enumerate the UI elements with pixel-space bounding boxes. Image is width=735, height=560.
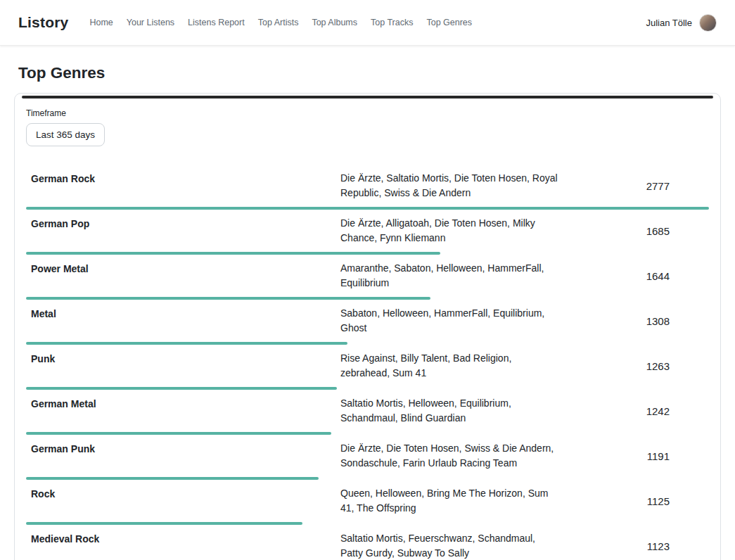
genres-table: German RockDie Ärzte, Saltatio Mortis, D… bbox=[15, 165, 720, 560]
genre-count: 1191 bbox=[558, 450, 709, 462]
genre-count: 1308 bbox=[558, 315, 709, 327]
genre-artists: Rise Against, Billy Talent, Bad Religion… bbox=[340, 351, 558, 381]
genre-artists: Queen, Helloween, Bring Me The Horizon, … bbox=[340, 486, 558, 516]
genre-name: German Punk bbox=[26, 441, 340, 471]
genre-row: German PopDie Ärzte, Alligatoah, Die Tot… bbox=[15, 210, 720, 255]
timeframe-control: Timeframe Last 365 days bbox=[15, 98, 720, 148]
nav-item-your-listens[interactable]: Your Listens bbox=[127, 18, 174, 27]
genre-artists: Sabaton, Helloween, HammerFall, Equilibr… bbox=[340, 306, 558, 336]
app-logo[interactable]: Listory bbox=[18, 14, 68, 31]
nav-item-top-genres[interactable]: Top Genres bbox=[426, 18, 472, 27]
nav-item-top-albums[interactable]: Top Albums bbox=[312, 18, 357, 27]
genre-count: 1263 bbox=[558, 360, 709, 372]
nav-links: HomeYour ListensListens ReportTop Artist… bbox=[89, 18, 625, 27]
nav-item-top-tracks[interactable]: Top Tracks bbox=[371, 18, 413, 27]
genre-name: Power Metal bbox=[26, 261, 340, 291]
genre-name: Medieval Rock bbox=[26, 531, 340, 560]
genre-count: 1125 bbox=[558, 495, 709, 507]
genre-artists: Saltatio Mortis, Helloween, Equilibrium,… bbox=[340, 396, 558, 426]
genre-row: German MetalSaltatio Mortis, Helloween, … bbox=[15, 390, 720, 435]
genres-card: Timeframe Last 365 days German RockDie Ä… bbox=[14, 93, 721, 560]
genre-row: PunkRise Against, Billy Talent, Bad Reli… bbox=[15, 345, 720, 390]
genre-row: Power MetalAmaranthe, Sabaton, Helloween… bbox=[15, 255, 720, 300]
genre-name: Rock bbox=[26, 486, 340, 516]
genre-artists: Die Ärzte, Saltatio Mortis, Die Toten Ho… bbox=[340, 171, 558, 201]
timeframe-select[interactable]: Last 365 days bbox=[26, 123, 105, 146]
genre-artists: Die Ärzte, Die Toten Hosen, Swiss & Die … bbox=[340, 441, 558, 471]
genre-count: 2777 bbox=[558, 180, 709, 192]
user-menu[interactable]: Julian Tölle bbox=[646, 14, 717, 32]
genre-artists: Amaranthe, Sabaton, Helloween, HammerFal… bbox=[340, 261, 558, 291]
genre-row: German PunkDie Ärzte, Die Toten Hosen, S… bbox=[15, 435, 720, 480]
page-title: Top Genres bbox=[18, 64, 717, 82]
genre-name: German Metal bbox=[26, 396, 340, 426]
genre-row: RockQueen, Helloween, Bring Me The Horiz… bbox=[15, 480, 720, 525]
genre-name: German Rock bbox=[26, 171, 340, 201]
main-content: Top Genres Timeframe Last 365 days Germa… bbox=[0, 64, 735, 560]
genre-count: 1685 bbox=[558, 225, 709, 237]
genre-count: 1242 bbox=[558, 405, 709, 417]
genre-row: Medieval RockSaltatio Mortis, Feuerschwa… bbox=[15, 525, 720, 560]
genre-row: MetalSabaton, Helloween, HammerFall, Equ… bbox=[15, 300, 720, 345]
genre-artists: Die Ärzte, Alligatoah, Die Toten Hosen, … bbox=[340, 216, 558, 246]
genre-row: German RockDie Ärzte, Saltatio Mortis, D… bbox=[15, 165, 720, 210]
nav-item-top-artists[interactable]: Top Artists bbox=[258, 18, 299, 27]
top-nav: Listory HomeYour ListensListens ReportTo… bbox=[0, 0, 735, 46]
genre-count: 1123 bbox=[558, 540, 709, 552]
timeframe-label: Timeframe bbox=[26, 108, 709, 118]
avatar[interactable] bbox=[699, 14, 717, 32]
genre-name: German Pop bbox=[26, 216, 340, 246]
user-name: Julian Tölle bbox=[646, 18, 692, 28]
nav-item-home[interactable]: Home bbox=[89, 18, 113, 27]
genre-name: Punk bbox=[26, 351, 340, 381]
genre-count: 1644 bbox=[558, 270, 709, 282]
genre-name: Metal bbox=[26, 306, 340, 336]
nav-item-listens-report[interactable]: Listens Report bbox=[188, 18, 245, 27]
genre-artists: Saltatio Mortis, Feuerschwanz, Schandmau… bbox=[340, 531, 558, 560]
